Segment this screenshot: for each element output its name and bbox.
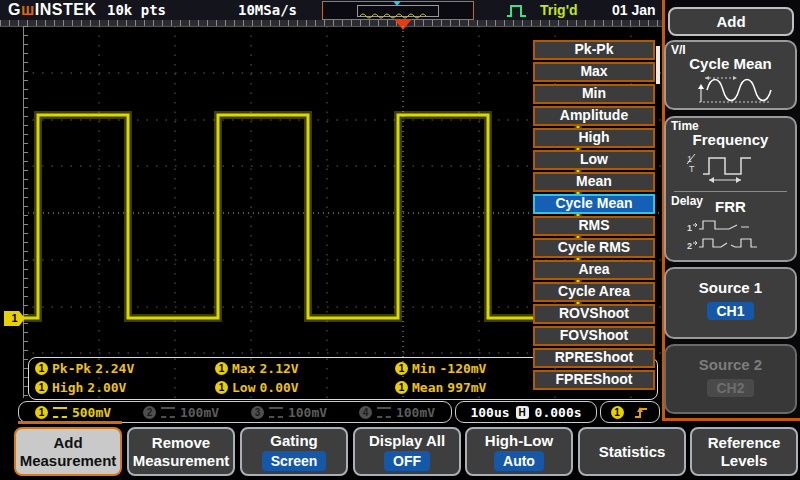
ch4-dot-icon: 4 <box>359 406 372 419</box>
ch1-dot-icon: 1 <box>395 362 408 375</box>
channel4-indicator[interactable]: 4 100mV <box>343 405 451 420</box>
rising-edge-icon <box>632 404 650 420</box>
source1-label: Source 1 <box>666 279 795 296</box>
ch1-scale: 500mV <box>72 405 111 420</box>
vi-cycle-mean-softkey[interactable]: V/I Cycle Mean <box>664 40 797 110</box>
trigger-status: Trig'd <box>540 2 578 18</box>
menu-item-area[interactable]: Area <box>533 260 655 280</box>
ch3-dot-icon: 3 <box>251 406 264 419</box>
ch1-dot-icon: 1 <box>215 381 228 394</box>
add-measurement-button[interactable]: Add Measurement <box>14 427 122 476</box>
memory-window <box>357 5 439 17</box>
menu-scrollbar-thumb[interactable] <box>656 46 660 84</box>
menu-item-low[interactable]: Low <box>533 150 655 170</box>
svg-text:1: 1 <box>687 223 692 233</box>
timebase-box[interactable]: 100us H 0.000s <box>455 401 597 423</box>
channel-status-bar: 1 500mV 2 100mV 3 100mV 4 100mV 100us <box>0 400 662 424</box>
measurement-min: 1Min-120mV <box>395 361 486 376</box>
timebase-scale: 100us <box>470 405 509 420</box>
ch2-dot-icon: 2 <box>143 406 156 419</box>
channel3-indicator[interactable]: 3 100mV <box>235 405 343 420</box>
measurement-max: 1Max2.12V <box>215 361 299 376</box>
channel2-indicator[interactable]: 2 100mV <box>127 405 235 420</box>
ch1-ground-marker[interactable]: 1 <box>4 311 25 326</box>
measurement-pkpk: 1Pk-Pk2.24V <box>35 361 134 376</box>
vi-value: Cycle Mean <box>666 55 795 72</box>
system-date: 01 Jan <box>612 2 660 18</box>
add-button[interactable]: Add <box>668 7 794 36</box>
trigger-time-marker-icon <box>393 1 401 6</box>
timebase-position: 0.000s <box>535 405 582 420</box>
vi-tag: V/I <box>671 43 686 57</box>
menu-item-rms[interactable]: RMS <box>533 216 655 236</box>
brand-logo: GшINSTEK <box>8 1 96 19</box>
menu-item-pkpk[interactable]: Pk-Pk <box>533 40 655 60</box>
remove-measurement-button[interactable]: Remove Measurement <box>127 427 235 476</box>
menu-item-high[interactable]: High <box>533 128 655 148</box>
measurement-mean: 1Mean997mV <box>395 380 486 395</box>
source2-label: Source 2 <box>666 356 795 373</box>
svg-text:2: 2 <box>687 241 692 251</box>
statistics-button[interactable]: Statistics <box>578 427 686 476</box>
time-frequency-delay-softkey[interactable]: Time Frequency 1 T Delay FRR 1 2 <box>664 116 797 262</box>
reference-levels-button[interactable]: Reference Levels <box>690 427 798 476</box>
measurement-high: 1High2.00V <box>35 380 126 395</box>
ch4-scale: 100mV <box>396 405 435 420</box>
logo-w-icon: ш <box>21 1 35 18</box>
ch3-scale: 100mV <box>288 405 327 420</box>
time-tag: Time <box>671 119 699 133</box>
menu-item-rovshoot[interactable]: ROVShoot <box>533 304 655 324</box>
ch1-dot-icon: 1 <box>395 381 408 394</box>
source2-softkey-disabled: Source 2 CH2 <box>664 344 797 414</box>
memory-position-bar[interactable] <box>322 1 474 20</box>
display-all-value-badge: OFF <box>384 451 430 471</box>
source1-channel-badge: CH1 <box>707 302 753 320</box>
menu-item-rpreshoot[interactable]: RPREShoot <box>533 348 655 368</box>
bottom-soft-menu: Add Measurement Remove Measurement Gatin… <box>0 424 800 480</box>
acquisition-mode-icon <box>505 2 529 18</box>
ch2-scale: 100mV <box>180 405 219 420</box>
menu-item-cycle-rms[interactable]: Cycle RMS <box>533 238 655 258</box>
dc-coupling-icon <box>53 407 67 418</box>
menu-item-cycle-mean-selected[interactable]: Cycle Mean <box>533 194 655 214</box>
high-low-button[interactable]: High-Low Auto <box>465 427 573 476</box>
menu-item-mean[interactable]: Mean <box>533 172 655 192</box>
horizontal-mode-icon: H <box>516 406 529 419</box>
frr-delay-icon: 1 2 <box>683 217 779 253</box>
dc-coupling-icon <box>269 407 283 418</box>
menu-item-fovshoot[interactable]: FOVShoot <box>533 326 655 346</box>
dc-coupling-icon <box>161 407 175 418</box>
gating-value-badge: Screen <box>262 451 327 471</box>
logo-instek: INSTEK <box>35 1 97 18</box>
cycle-mean-sine-icon <box>689 74 773 106</box>
oscilloscope-screen: GшINSTEK 10k pts 10MSa/s Trig'd 01 Jan <box>0 0 800 480</box>
frequency-pulse-icon: 1 T <box>683 150 779 184</box>
source2-channel-badge: CH2 <box>707 379 753 397</box>
dc-coupling-icon <box>377 407 391 418</box>
delay-tag: Delay <box>671 194 703 208</box>
svg-text:T: T <box>689 164 695 174</box>
ch1-dot-icon: 1 <box>215 362 228 375</box>
channel-scales-box: 1 500mV 2 100mV 3 100mV 4 100mV <box>18 401 452 423</box>
record-length: 10k pts <box>107 2 166 18</box>
trigger-channel-dot-icon: 1 <box>611 406 624 419</box>
sample-rate: 10MSa/s <box>238 2 297 18</box>
menu-item-fpreshoot[interactable]: FPREShoot <box>533 370 655 390</box>
trigger-source-box[interactable]: 1 <box>600 401 660 423</box>
gating-button[interactable]: Gating Screen <box>240 427 348 476</box>
logo-g: G <box>8 1 21 18</box>
display-all-button[interactable]: Display All OFF <box>353 427 461 476</box>
menu-item-min[interactable]: Min <box>533 84 655 104</box>
ch1-dot-icon: 1 <box>35 362 48 375</box>
source1-softkey[interactable]: Source 1 CH1 <box>664 267 797 339</box>
measurement-low: 1Low0.00V <box>215 380 299 395</box>
ch1-dot-icon: 1 <box>35 406 48 419</box>
menu-item-amplitude[interactable]: Amplitude <box>533 106 655 126</box>
menu-item-max[interactable]: Max <box>533 62 655 82</box>
ch1-dot-icon: 1 <box>35 381 48 394</box>
panel-divider <box>674 191 787 192</box>
channel1-indicator[interactable]: 1 500mV <box>19 405 127 420</box>
menu-item-cycle-area[interactable]: Cycle Area <box>533 282 655 302</box>
measurement-type-menu: Pk-Pk Max Min Amplitude High Low Mean Cy… <box>533 40 655 392</box>
high-low-value-badge: Auto <box>494 451 544 471</box>
